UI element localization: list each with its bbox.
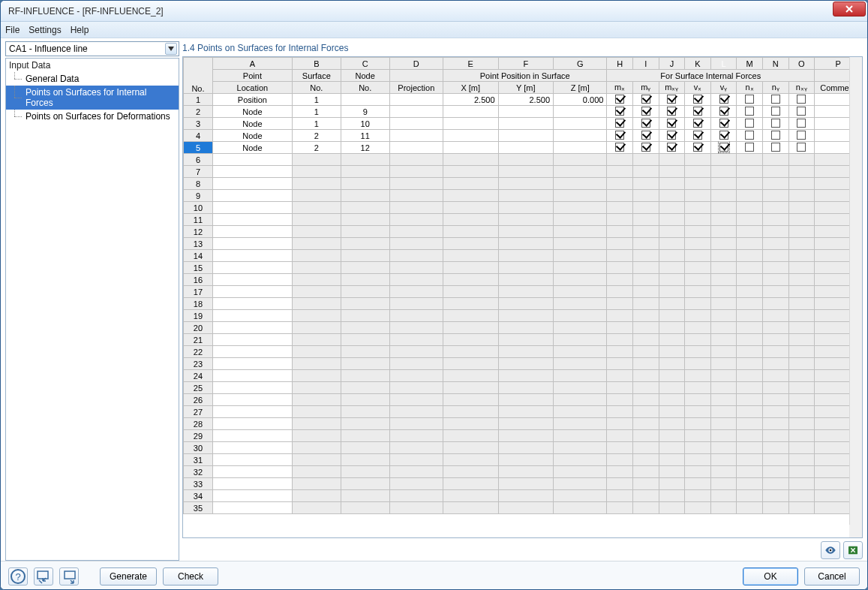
cell[interactable] [788, 214, 815, 226]
cell[interactable] [443, 466, 499, 478]
cell[interactable] [292, 442, 341, 454]
cell[interactable] [710, 370, 737, 382]
cell[interactable] [632, 382, 659, 394]
cell[interactable] [737, 310, 763, 322]
row-number[interactable]: 31 [184, 454, 213, 466]
cell[interactable] [762, 418, 788, 430]
cell[interactable] [632, 454, 659, 466]
checkbox[interactable] [667, 143, 676, 152]
cell[interactable] [292, 190, 341, 202]
cell[interactable] [607, 142, 633, 154]
cell[interactable] [389, 358, 443, 370]
cell[interactable] [659, 442, 685, 454]
row-number[interactable]: 24 [184, 370, 213, 382]
cell[interactable] [554, 430, 607, 442]
cell[interactable] [607, 394, 633, 406]
checkbox[interactable] [719, 107, 728, 116]
cell[interactable] [685, 178, 711, 190]
cell[interactable] [632, 262, 659, 274]
row-number[interactable]: 16 [184, 274, 213, 286]
cell[interactable] [292, 310, 341, 322]
cell[interactable] [710, 490, 737, 502]
cell[interactable] [710, 418, 737, 430]
checkbox[interactable] [615, 95, 624, 104]
cell[interactable] [632, 250, 659, 262]
cell[interactable] [710, 466, 737, 478]
cell[interactable] [659, 394, 685, 406]
cell[interactable] [498, 106, 554, 118]
cell[interactable] [788, 478, 815, 490]
cell[interactable] [292, 202, 341, 214]
cell[interactable] [762, 406, 788, 418]
cell[interactable] [762, 190, 788, 202]
col-letter[interactable]: C [341, 58, 389, 70]
cell[interactable] [788, 406, 815, 418]
cell[interactable] [554, 394, 607, 406]
cell[interactable] [498, 442, 554, 454]
cell[interactable] [710, 382, 737, 394]
cell[interactable] [341, 94, 389, 106]
cell[interactable] [737, 106, 763, 118]
cell[interactable] [498, 370, 554, 382]
cell[interactable] [659, 322, 685, 334]
cell[interactable] [341, 346, 389, 358]
cell[interactable] [498, 346, 554, 358]
tree-item[interactable]: General Data [6, 72, 179, 86]
cell[interactable] [443, 130, 499, 142]
cell[interactable] [685, 274, 711, 286]
cell[interactable] [710, 142, 737, 154]
cell[interactable] [554, 166, 607, 178]
cell[interactable] [737, 250, 763, 262]
cell[interactable] [737, 274, 763, 286]
cell[interactable] [788, 94, 815, 106]
cell[interactable] [632, 466, 659, 478]
cell[interactable] [443, 142, 499, 154]
cell[interactable] [632, 358, 659, 370]
cell[interactable] [443, 334, 499, 346]
cell[interactable] [685, 214, 711, 226]
cell[interactable] [498, 214, 554, 226]
cell[interactable] [292, 250, 341, 262]
cell[interactable] [632, 502, 659, 514]
row-number[interactable]: 33 [184, 478, 213, 490]
cell[interactable] [607, 322, 633, 334]
cell[interactable] [554, 418, 607, 430]
cell[interactable] [737, 262, 763, 274]
cell[interactable] [659, 430, 685, 442]
cell[interactable] [685, 166, 711, 178]
cell[interactable] [737, 382, 763, 394]
cell[interactable] [341, 490, 389, 502]
cell[interactable] [554, 502, 607, 514]
cell[interactable] [710, 286, 737, 298]
row-number[interactable]: 11 [184, 214, 213, 226]
cell[interactable] [737, 502, 763, 514]
cell[interactable] [607, 406, 633, 418]
cell[interactable]: 9 [341, 106, 389, 118]
cell[interactable] [212, 334, 292, 346]
cell[interactable] [212, 502, 292, 514]
cell[interactable] [607, 130, 633, 142]
cell[interactable] [685, 442, 711, 454]
cell[interactable] [389, 214, 443, 226]
cell[interactable] [659, 490, 685, 502]
cell[interactable] [607, 298, 633, 310]
cell[interactable] [710, 106, 737, 118]
checkbox[interactable] [745, 95, 754, 104]
row-number[interactable]: 35 [184, 502, 213, 514]
checkbox[interactable] [641, 95, 650, 104]
checkbox[interactable] [719, 143, 728, 152]
cell[interactable] [212, 202, 292, 214]
cell[interactable] [737, 442, 763, 454]
cell[interactable]: 2 [292, 130, 341, 142]
cell[interactable] [341, 238, 389, 250]
cell[interactable] [710, 118, 737, 130]
cell[interactable] [389, 478, 443, 490]
cell[interactable] [554, 322, 607, 334]
row-number[interactable]: 34 [184, 490, 213, 502]
cell[interactable] [788, 154, 815, 166]
cell[interactable] [292, 502, 341, 514]
cell[interactable] [685, 154, 711, 166]
cell[interactable] [632, 106, 659, 118]
cell[interactable] [212, 262, 292, 274]
cell[interactable] [762, 202, 788, 214]
